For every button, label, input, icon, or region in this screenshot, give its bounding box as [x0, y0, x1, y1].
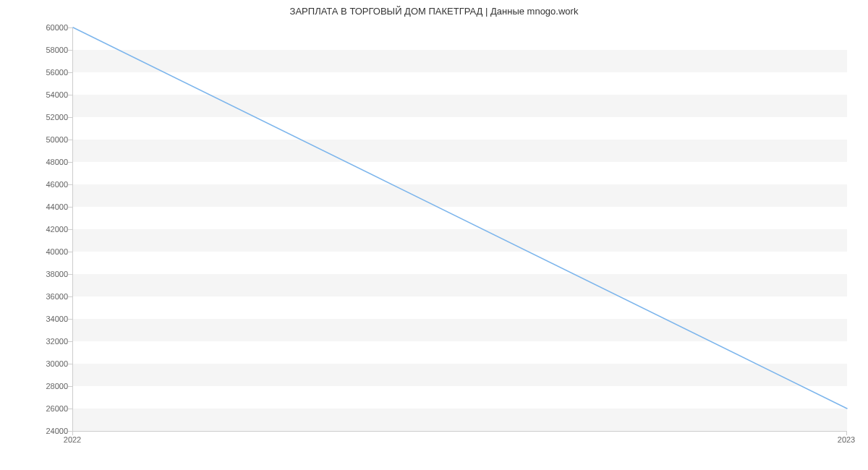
y-tick-mark [68, 162, 72, 163]
x-tick-label: 2022 [64, 435, 81, 444]
y-tick-label: 56000 [25, 68, 68, 77]
x-tick-mark [846, 431, 847, 435]
plot-area [72, 27, 847, 432]
y-tick-mark [68, 117, 72, 118]
y-tick-label: 60000 [25, 23, 68, 32]
y-tick-mark [68, 409, 72, 409]
series-line [73, 27, 847, 409]
y-tick-label: 28000 [25, 382, 68, 390]
y-tick-mark [68, 341, 72, 342]
y-tick-label: 52000 [25, 113, 68, 121]
y-tick-mark [68, 184, 72, 185]
line-layer [73, 27, 847, 431]
y-tick-mark [68, 319, 72, 320]
y-tick-label: 46000 [25, 180, 68, 189]
y-tick-label: 30000 [25, 359, 68, 368]
y-tick-mark [68, 364, 72, 364]
y-tick-label: 58000 [25, 46, 68, 54]
y-tick-mark [68, 95, 72, 95]
y-tick-label: 24000 [25, 427, 68, 435]
y-tick-mark [68, 27, 72, 28]
y-tick-mark [68, 50, 72, 51]
y-tick-mark [68, 252, 72, 252]
x-tick-mark [72, 431, 73, 435]
y-tick-label: 54000 [25, 90, 68, 99]
y-tick-mark [68, 207, 72, 208]
salary-line-chart: ЗАРПЛАТА В ТОРГОВЫЙ ДОМ ПАКЕТГРАД | Данн… [0, 0, 868, 470]
y-tick-label: 34000 [25, 315, 68, 323]
y-tick-label: 48000 [25, 158, 68, 166]
y-tick-mark [68, 296, 72, 297]
y-tick-mark [68, 386, 72, 387]
y-tick-label: 38000 [25, 270, 68, 278]
y-tick-label: 50000 [25, 135, 68, 144]
y-tick-label: 44000 [25, 202, 68, 211]
chart-title: ЗАРПЛАТА В ТОРГОВЫЙ ДОМ ПАКЕТГРАД | Данн… [0, 6, 868, 17]
y-tick-mark [68, 140, 72, 140]
y-tick-mark [68, 72, 72, 73]
x-tick-label: 2023 [838, 435, 855, 444]
y-tick-label: 26000 [25, 404, 68, 413]
y-tick-label: 32000 [25, 337, 68, 346]
y-tick-label: 40000 [25, 247, 68, 256]
y-tick-label: 42000 [25, 225, 68, 234]
y-tick-label: 36000 [25, 292, 68, 301]
y-tick-mark [68, 229, 72, 230]
y-tick-mark [68, 274, 72, 275]
